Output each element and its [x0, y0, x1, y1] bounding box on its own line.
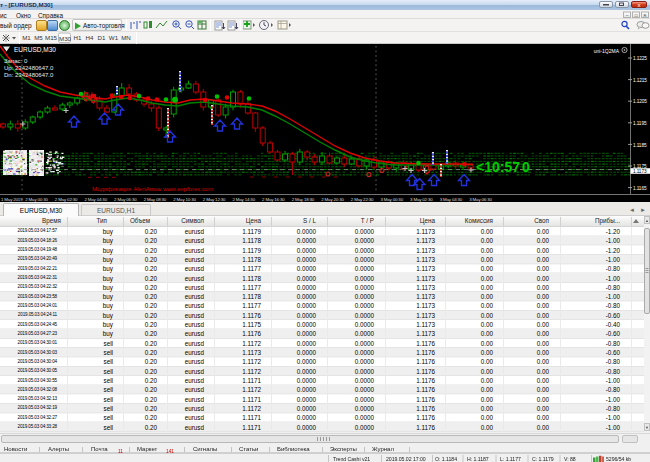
svg-text:2 May 04:30: 2 May 04:30	[84, 197, 107, 202]
svg-text:1 May 2019: 1 May 2019	[1, 197, 23, 202]
svg-text:3 May 06:30: 3 May 06:30	[469, 197, 492, 202]
svg-text:1.1185: 1.1185	[633, 143, 647, 148]
svg-text:3 May 02:30: 3 May 02:30	[410, 197, 433, 202]
svg-text:2 May 08:30: 2 May 08:30	[144, 197, 167, 202]
svg-text:2 May 00:30: 2 May 00:30	[25, 197, 48, 202]
svg-text:EURUSD,M30: EURUSD,M30	[14, 46, 56, 53]
svg-text:uni-1Q2MA: uni-1Q2MA	[594, 48, 620, 54]
svg-text:1.1195: 1.1195	[633, 121, 647, 126]
svg-text:1.1165: 1.1165	[633, 186, 647, 191]
svg-text:2 May 10:30: 2 May 10:30	[173, 197, 196, 202]
svg-text:3 May 04:30: 3 May 04:30	[440, 197, 463, 202]
svg-text:2 May 22:30: 2 May 22:30	[351, 197, 374, 202]
svg-text:Up: 2342480647.0: Up: 2342480647.0	[4, 65, 54, 71]
svg-text:2 May 14:30: 2 May 14:30	[232, 197, 255, 202]
svg-text:0: 0	[522, 159, 530, 175]
svg-text:2 May 20:30: 2 May 20:30	[321, 197, 344, 202]
svg-text:Запас: 0: Запас: 0	[4, 58, 28, 64]
svg-text:Модификация AlertArrow www.exp: Модификация AlertArrow www.expforex.com	[92, 186, 213, 192]
svg-text:1.1173: 1.1173	[633, 169, 647, 174]
svg-text:<10:57: <10:57	[476, 159, 520, 175]
svg-text:1.1215: 1.1215	[633, 78, 647, 83]
svg-text:Dn: 2342480647.0: Dn: 2342480647.0	[4, 72, 54, 78]
svg-text:3 May 00:30: 3 May 00:30	[380, 197, 403, 202]
svg-text:2 May 12:30: 2 May 12:30	[203, 197, 226, 202]
svg-text:1.1225: 1.1225	[633, 56, 647, 61]
svg-text:2 May 16:30: 2 May 16:30	[262, 197, 285, 202]
svg-text:2 May 06:30: 2 May 06:30	[114, 197, 137, 202]
svg-text:1.1205: 1.1205	[633, 99, 647, 104]
svg-text:2 May 02:30: 2 May 02:30	[55, 197, 78, 202]
svg-text:2 May 18:30: 2 May 18:30	[292, 197, 315, 202]
